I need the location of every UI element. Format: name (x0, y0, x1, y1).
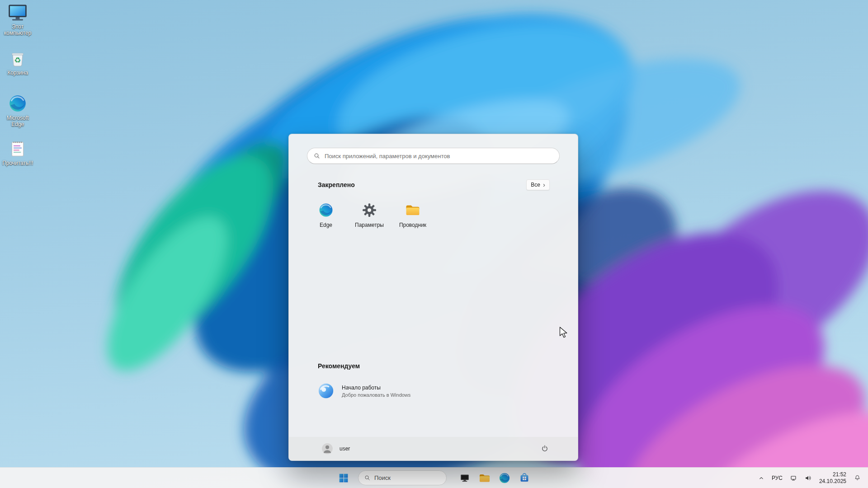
taskbar-app-icons (456, 469, 533, 487)
pinned-app-label: Проводник (399, 222, 426, 228)
desktop-icon-recycle-bin[interactable]: Корзина (0, 47, 35, 90)
tray-date: 24.10.2025 (819, 478, 846, 484)
store-icon (519, 472, 530, 484)
notification-center-button[interactable] (851, 469, 863, 487)
edge-icon (318, 202, 334, 218)
recommended-item-get-started[interactable]: Начало работы Добро пожаловать в Windows (311, 377, 440, 404)
search-icon (313, 152, 321, 160)
all-button-label: Все (531, 182, 540, 188)
user-account-button[interactable]: user (317, 440, 354, 457)
volume-icon (804, 474, 812, 482)
start-menu-search-box[interactable] (307, 148, 560, 164)
bell-icon (854, 474, 861, 482)
notepad-icon (7, 138, 28, 159)
user-avatar-icon (321, 442, 334, 455)
start-menu: Закреплено Все › Edge Параметры Проводни… (288, 134, 578, 461)
pinned-app-explorer[interactable]: Проводник (391, 197, 434, 236)
recommended-item-subtitle: Добро пожаловать в Windows (342, 392, 410, 398)
get-started-icon (317, 382, 335, 399)
taskbar-button-edge[interactable] (495, 469, 514, 487)
pinned-app-label: Edge (320, 222, 332, 228)
desktop-icon-label: Microsoft Edge (0, 115, 35, 127)
recommended-item-title: Начало работы (342, 385, 410, 391)
start-menu-user-bar: user (289, 437, 578, 460)
taskbar-search-box[interactable] (358, 470, 447, 485)
volume-button[interactable] (801, 469, 815, 487)
windows-start-icon (339, 473, 349, 483)
recycle-bin-icon (7, 48, 28, 69)
pinned-apps-grid: Edge Параметры Проводник (304, 197, 434, 236)
power-button[interactable] (537, 441, 552, 456)
taskbar-center-group (335, 468, 533, 488)
taskbar-search-input[interactable] (374, 474, 441, 481)
desktop-icon-edge[interactable]: Microsoft Edge (0, 92, 35, 136)
folder-icon (405, 202, 420, 218)
start-button[interactable] (335, 469, 353, 487)
taskbar-button-store[interactable] (515, 469, 533, 487)
edge-icon (499, 472, 510, 484)
pinned-app-edge[interactable]: Edge (304, 197, 348, 236)
computer-icon (7, 2, 28, 23)
chevron-up-icon (758, 474, 765, 482)
recommended-section-header: Рекомендуем (318, 362, 360, 370)
start-menu-search-input[interactable] (325, 153, 553, 160)
pinned-app-label: Параметры (355, 222, 384, 228)
taskbar-button-file-explorer[interactable] (476, 469, 494, 487)
user-name: user (340, 446, 350, 452)
tray-time: 21:52 (833, 471, 846, 478)
desktop-icon-label: Корзина (0, 70, 35, 76)
monitor-icon (459, 472, 471, 484)
desktop-icon-label: Этот компьютер (0, 23, 35, 36)
desktop-icon-this-pc[interactable]: Этот компьютер (0, 1, 35, 44)
pinned-all-button[interactable]: Все › (526, 179, 550, 190)
pinned-app-settings[interactable]: Параметры (348, 197, 391, 236)
network-button[interactable] (787, 469, 800, 487)
settings-gear-icon (362, 202, 377, 218)
pinned-section-header: Закреплено (318, 181, 355, 188)
search-icon (364, 474, 371, 481)
edge-icon (7, 93, 28, 114)
desktop-icon-readme[interactable]: Прочитать!!! (0, 137, 35, 181)
chevron-right-icon: › (543, 182, 545, 188)
taskbar-button-monitor[interactable] (456, 469, 474, 487)
file-explorer-folder-icon (479, 472, 491, 484)
desktop-icon-label: Прочитать!!! (0, 160, 35, 166)
tray-overflow-button[interactable] (755, 469, 768, 487)
power-icon (541, 445, 549, 453)
clock[interactable]: 21:52 24.10.2025 (816, 469, 850, 487)
language-indicator[interactable]: РУС (769, 469, 786, 487)
taskbar: РУС 21:52 24.10.2025 (0, 467, 868, 488)
network-icon (789, 474, 797, 482)
system-tray: РУС 21:52 24.10.2025 (755, 468, 863, 488)
